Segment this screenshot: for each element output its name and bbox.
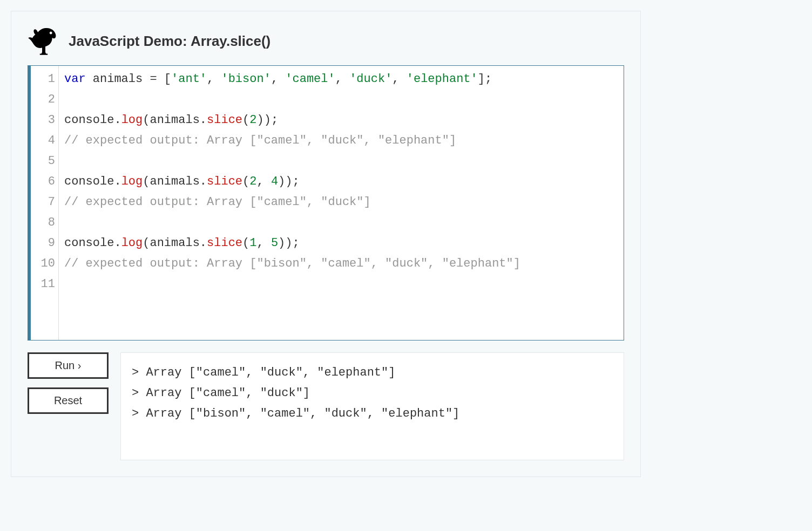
code-editor[interactable]: 1234567891011 var animals = ['ant', 'bis… [28, 65, 624, 341]
line-gutter: 1234567891011 [31, 66, 59, 340]
line-number: 4 [31, 131, 55, 151]
line-number: 5 [31, 151, 55, 172]
line-number: 11 [31, 274, 55, 295]
line-number: 2 [31, 90, 55, 110]
line-number: 8 [31, 213, 55, 233]
dino-logo-icon [28, 26, 60, 56]
code-line [64, 274, 520, 295]
line-number: 10 [31, 254, 55, 274]
demo-container: JavaScript Demo: Array.slice() 123456789… [11, 11, 641, 477]
line-number: 3 [31, 110, 55, 131]
header: JavaScript Demo: Array.slice() [28, 26, 624, 56]
code-line: console.log(animals.slice(2)); [64, 110, 520, 131]
code-line: // expected output: Array ["bison", "cam… [64, 254, 520, 274]
line-number: 1 [31, 69, 55, 90]
reset-button[interactable]: Reset [28, 387, 109, 414]
page-title: JavaScript Demo: Array.slice() [69, 33, 270, 50]
line-number: 9 [31, 233, 55, 254]
code-line [64, 90, 520, 110]
code-line: // expected output: Array ["camel", "duc… [64, 131, 520, 151]
code-line [64, 213, 520, 233]
code-line [64, 151, 520, 172]
bottom-row: Run › Reset > Array ["camel", "duck", "e… [28, 352, 624, 460]
code-line: var animals = ['ant', 'bison', 'camel', … [64, 69, 520, 90]
run-button[interactable]: Run › [28, 352, 109, 379]
code-area[interactable]: var animals = ['ant', 'bison', 'camel', … [59, 66, 526, 340]
console-output: > Array ["camel", "duck", "elephant"] > … [120, 352, 624, 460]
button-group: Run › Reset [28, 352, 109, 460]
code-line: console.log(animals.slice(1, 5)); [64, 233, 520, 254]
code-line: // expected output: Array ["camel", "duc… [64, 192, 520, 213]
code-line: console.log(animals.slice(2, 4)); [64, 172, 520, 192]
line-number: 7 [31, 192, 55, 213]
line-number: 6 [31, 172, 55, 192]
